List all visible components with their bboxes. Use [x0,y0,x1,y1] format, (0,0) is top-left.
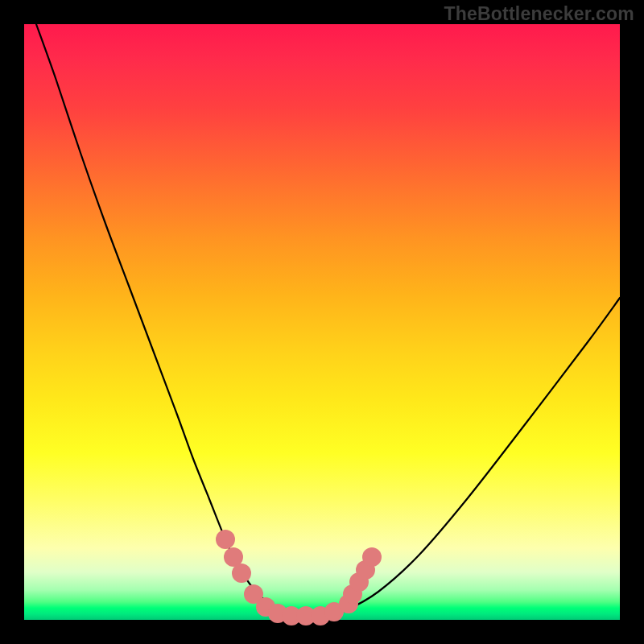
chart-frame: TheBottlenecker.com [0,0,644,644]
curve-svg [24,24,620,620]
watermark-label: TheBottlenecker.com [444,3,634,25]
bottleneck-curve [36,24,620,618]
highlight-dot [232,564,251,583]
highlight-dot [362,547,382,567]
highlight-markers [216,530,382,625]
plot-area [24,24,620,620]
highlight-dot [216,530,235,549]
